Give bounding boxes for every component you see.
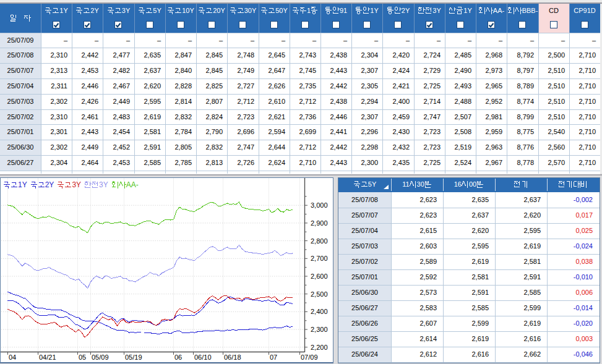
svg-text:2,300: 2,300 bbox=[311, 326, 328, 333]
svg-text:07/09: 07/09 bbox=[301, 353, 318, 361]
svg-text:2,400: 2,400 bbox=[311, 308, 328, 315]
svg-text:05/09: 05/09 bbox=[92, 353, 109, 361]
svg-text:06/18: 06/18 bbox=[224, 353, 241, 361]
svg-text:2,500: 2,500 bbox=[311, 290, 328, 298]
svg-text:06: 06 bbox=[174, 353, 182, 361]
svg-text:2,700: 2,700 bbox=[311, 255, 328, 262]
svg-text:05: 05 bbox=[79, 353, 86, 361]
svg-text:07: 07 bbox=[270, 353, 277, 361]
svg-text:2,900: 2,900 bbox=[311, 219, 328, 227]
svg-text:3,000: 3,000 bbox=[311, 201, 328, 209]
svg-text:2,800: 2,800 bbox=[311, 237, 328, 245]
svg-text:04/21: 04/21 bbox=[39, 353, 56, 361]
svg-text:06/10: 06/10 bbox=[194, 353, 212, 361]
svg-text:04: 04 bbox=[9, 353, 16, 361]
svg-text:2,600: 2,600 bbox=[311, 273, 328, 280]
svg-text:05/19: 05/19 bbox=[125, 353, 142, 361]
svg-text:2,200: 2,200 bbox=[311, 344, 328, 351]
